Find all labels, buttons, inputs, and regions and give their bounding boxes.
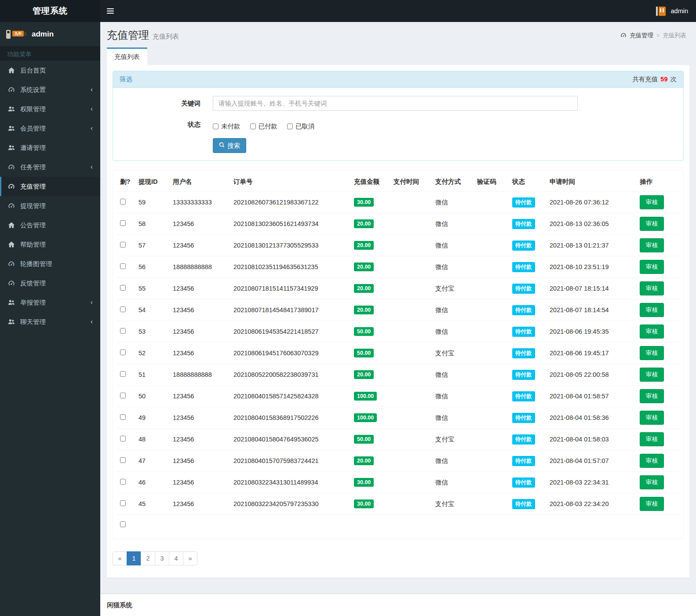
row-checkbox[interactable] [120, 479, 126, 485]
cell-withdraw-id: 48 [135, 429, 169, 450]
audit-button[interactable]: 审核 [640, 281, 664, 295]
cell-apply-time: 2021-08-26 07:36:12 [546, 192, 636, 213]
sidebar-user-panel: 九牛 admin [0, 22, 100, 46]
cell-pay-method: 微信 [432, 213, 474, 235]
audit-button[interactable]: 审核 [640, 217, 664, 231]
row-checkbox[interactable] [120, 521, 126, 527]
amount-badge: 30.00 [354, 198, 374, 207]
status-badge: 待付款 [512, 348, 535, 358]
cell-verify-code [474, 407, 509, 429]
sidebar-item-notice-mgmt[interactable]: 公告管理 [0, 215, 100, 235]
cell-apply-time: 2021-08-04 01:58:57 [546, 386, 636, 407]
cell-verify-code [474, 278, 509, 299]
pagination-page-1[interactable]: 1 [127, 551, 141, 565]
sidebar: 九牛 admin 功能菜单 后台首页系统设置‹权限管理‹会员管理‹邀请管理任务管… [0, 22, 100, 616]
audit-button[interactable]: 审核 [640, 324, 664, 339]
row-checkbox[interactable] [120, 285, 126, 291]
status-option-3[interactable]: 已取消 [287, 122, 315, 131]
row-checkbox[interactable] [120, 500, 126, 506]
sidebar-username: admin [32, 30, 54, 39]
amount-badge: 100.00 [354, 392, 377, 401]
cell-pay-method: 微信 [432, 256, 474, 278]
audit-button[interactable]: 审核 [640, 454, 664, 468]
status-badge: 待付款 [512, 219, 535, 229]
audit-button[interactable]: 审核 [640, 411, 664, 425]
table-body: 591333333333320210826073612198336712230.… [117, 192, 680, 535]
sidebar-item-report-mgmt[interactable]: 举报管理‹ [0, 293, 100, 312]
audit-button[interactable]: 审核 [640, 238, 664, 252]
audit-button[interactable]: 审核 [640, 303, 664, 317]
status-option-2[interactable]: 已付款 [250, 122, 278, 131]
sidebar-item-carousel-mgmt[interactable]: 轮播图管理 [0, 254, 100, 273]
dashboard-icon [8, 202, 16, 209]
cell-username: 123456 [169, 407, 230, 429]
row-checkbox[interactable] [120, 220, 126, 226]
cell-withdraw-id: 55 [135, 278, 169, 299]
audit-button[interactable]: 审核 [640, 497, 664, 511]
cell-verify-code [474, 321, 509, 343]
row-checkbox[interactable] [120, 306, 126, 312]
breadcrumb-item-recharge[interactable]: 充值管理 [620, 32, 653, 40]
tab-recharge-list[interactable]: 充值列表 [107, 47, 147, 66]
pagination-next[interactable]: » [183, 551, 197, 565]
users-icon [8, 106, 16, 113]
sidebar-item-label: 权限管理 [20, 105, 46, 113]
navbar-user-menu[interactable]: admin [648, 0, 696, 22]
audit-button[interactable]: 审核 [640, 195, 664, 209]
row-checkbox[interactable] [120, 328, 126, 334]
recharge-total-count: 59 [660, 76, 668, 83]
tabs-row: 充值列表 [107, 47, 689, 65]
status-checkbox[interactable] [213, 124, 219, 129]
cell-order-no: 202108130236051621493734 [230, 213, 350, 235]
table-row: 4512345620210803223420579723533030.00支付宝… [117, 493, 680, 515]
cell-pay-time [390, 256, 432, 278]
sidebar-item-recharge-mgmt[interactable]: 充值管理 [0, 177, 100, 196]
cell-username: 13333333333 [169, 192, 230, 213]
row-checkbox[interactable] [120, 457, 126, 463]
sidebar-item-dashboard-home[interactable]: 后台首页 [0, 61, 100, 80]
sidebar-item-task-mgmt[interactable]: 任务管理‹ [0, 157, 100, 177]
pagination-prev[interactable]: « [113, 551, 127, 565]
sidebar-item-feedback-mgmt[interactable]: 反馈管理 [0, 273, 100, 293]
sidebar-item-help-mgmt[interactable]: 帮助管理 [0, 235, 100, 254]
status-checkbox[interactable] [250, 124, 256, 129]
status-badge: 待付款 [512, 305, 535, 315]
row-checkbox[interactable] [120, 350, 126, 355]
status-checkbox-group: 未付款已付款已取消 [213, 117, 315, 132]
status-checkbox[interactable] [287, 124, 293, 129]
sidebar-item-permission-mgmt[interactable]: 权限管理‹ [0, 99, 100, 119]
audit-button[interactable]: 审核 [640, 432, 664, 446]
audit-button[interactable]: 审核 [640, 260, 664, 274]
row-checkbox[interactable] [120, 199, 126, 204]
pagination-page-3[interactable]: 3 [155, 551, 169, 565]
cell-order-no: 202108130121377305529533 [230, 235, 350, 256]
row-checkbox[interactable] [120, 414, 126, 420]
keyword-input[interactable] [213, 96, 578, 111]
search-button[interactable]: 搜索 [213, 138, 246, 153]
sidebar-toggle-icon[interactable] [100, 0, 120, 22]
cell-verify-code [474, 386, 509, 407]
sidebar-item-label: 公告管理 [20, 221, 46, 230]
row-checkbox[interactable] [120, 436, 126, 441]
cell-withdraw-id: 47 [135, 450, 169, 472]
audit-button[interactable]: 审核 [640, 389, 664, 403]
row-checkbox[interactable] [120, 242, 126, 248]
sidebar-item-system-settings[interactable]: 系统设置‹ [0, 80, 100, 99]
audit-button[interactable]: 审核 [640, 368, 664, 382]
row-checkbox[interactable] [120, 263, 126, 269]
cell-pay-time [390, 343, 432, 364]
sidebar-item-member-mgmt[interactable]: 会员管理‹ [0, 119, 100, 138]
sidebar-item-invite-mgmt[interactable]: 邀请管理 [0, 138, 100, 157]
pagination-page-2[interactable]: 2 [141, 551, 155, 565]
sidebar-item-withdraw-mgmt[interactable]: 提现管理 [0, 196, 100, 215]
row-checkbox[interactable] [120, 371, 126, 377]
table-row: 5312345620210806194535422141852750.00微信待… [117, 321, 680, 343]
column-header: 充值金额 [350, 172, 390, 192]
sidebar-item-chat-mgmt[interactable]: 聊天管理‹ [0, 312, 100, 332]
audit-button[interactable]: 审核 [640, 475, 664, 489]
status-option-1[interactable]: 未付款 [213, 122, 241, 131]
pagination-page-4[interactable]: 4 [169, 551, 183, 565]
row-checkbox[interactable] [120, 393, 126, 398]
audit-button[interactable]: 审核 [640, 346, 664, 360]
amount-badge: 20.00 [354, 284, 374, 293]
